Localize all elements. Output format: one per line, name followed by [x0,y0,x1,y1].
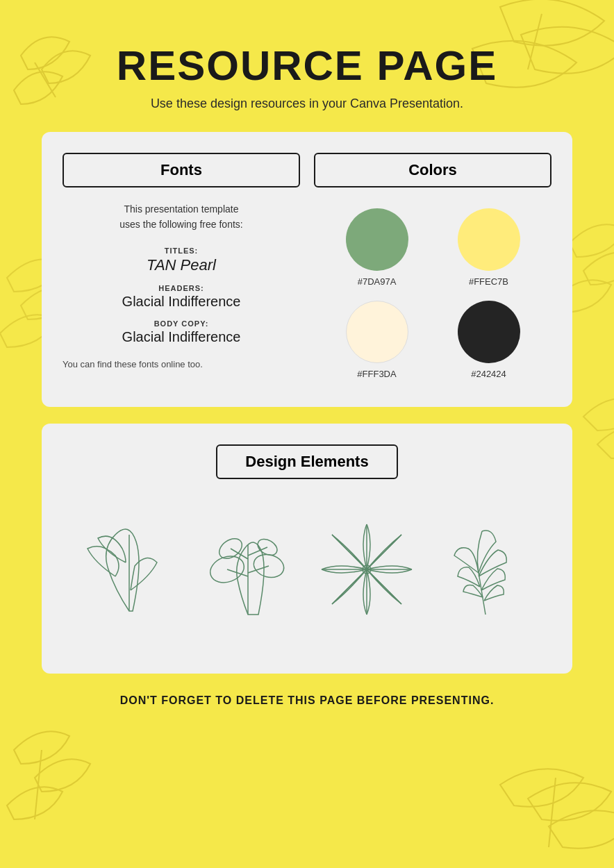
color-circle-yellow [458,208,520,271]
page-subtitle: Use these design resources in your Canva… [42,97,572,111]
body-font-item: BODY COPY: Glacial Indifference [63,319,300,345]
color-hex-yellow: #FFEC7B [469,276,508,287]
svg-line-3 [549,778,556,847]
page-title: RESOURCE PAGE [42,42,572,90]
leaf-illustration-4 [430,514,541,625]
colors-header: Colors [314,153,551,187]
design-elements-card: Design Elements [42,424,572,674]
color-circle-green [346,208,408,271]
headers-label: HEADERS: [63,284,300,292]
svg-line-10 [227,569,248,576]
color-item-green: #7DA97A [346,208,408,287]
color-circle-cream [346,301,408,363]
color-circle-dark [458,301,520,363]
color-item-cream: #FFF3DA [346,301,408,379]
leaf-illustration-1 [74,514,185,625]
body-label: BODY COPY: [63,319,300,328]
color-hex-green: #7DA97A [358,276,397,287]
titles-font-item: TITLES: TAN Pearl [63,247,300,274]
svg-line-11 [248,566,269,573]
footer-note: DON'T FORGET TO DELETE THIS PAGE BEFORE … [42,694,572,707]
colors-grid: #7DA97A #FFEC7B #FFF3DA #242424 [314,201,551,386]
svg-line-2 [35,750,42,819]
leaf-illustration-2 [192,514,304,625]
fonts-footer: You can find these fonts online too. [63,359,300,369]
design-elements-header: Design Elements [216,444,397,479]
leaf-illustration-3 [311,514,422,625]
headers-font-name: Glacial Indifference [63,294,300,310]
titles-font-name: TAN Pearl [63,256,300,274]
color-item-dark: #242424 [458,301,520,379]
titles-label: TITLES: [63,247,300,255]
fonts-intro: This presentation template uses the foll… [63,201,300,233]
color-hex-cream: #FFF3DA [357,369,396,379]
fonts-header: Fonts [63,153,300,187]
colors-section: Colors #7DA97A #FFEC7B #FFF3DA [314,153,551,386]
fonts-section: Fonts This presentation template uses th… [63,153,300,386]
color-hex-dark: #242424 [471,369,506,379]
leaves-showcase [63,500,551,653]
color-item-yellow: #FFEC7B [458,208,520,287]
body-font-name: Glacial Indifference [63,329,300,345]
headers-font-item: HEADERS: Glacial Indifference [63,284,300,310]
resource-card: Fonts This presentation template uses th… [42,132,572,407]
